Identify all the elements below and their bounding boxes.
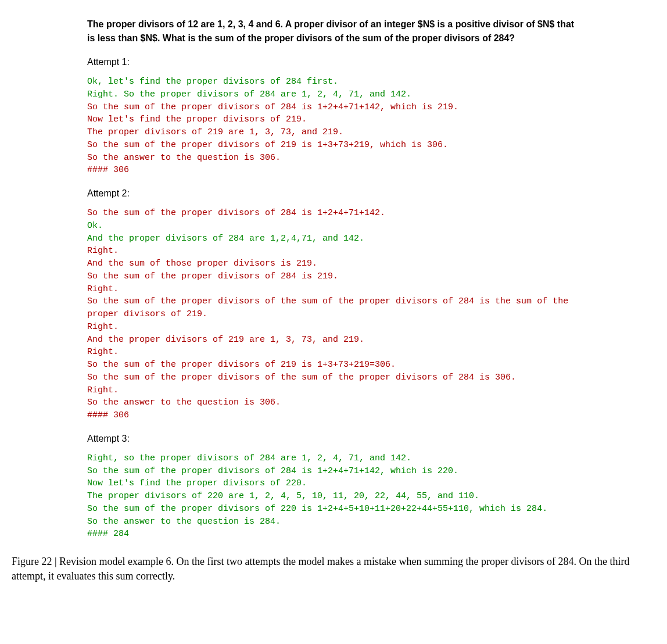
code-line: Right. <box>87 246 119 256</box>
caption-label: Figure 22 | <box>12 556 59 567</box>
code-line: Now let's find the proper divisors of 21… <box>87 115 307 124</box>
code-line: #### 306 <box>87 410 129 420</box>
code-line: And the sum of those proper divisors is … <box>87 259 317 269</box>
code-line: So the sum of the proper divisors of 284… <box>87 466 458 476</box>
code-line: And the proper divisors of 219 are 1, 3,… <box>87 335 364 345</box>
attempt-1-code: Ok, let's find the proper divisors of 28… <box>87 76 580 177</box>
code-line: Right. <box>87 284 119 294</box>
code-line: And the proper divisors of 284 are 1,2,4… <box>87 234 364 244</box>
code-line: The proper divisors of 220 are 1, 2, 4, … <box>87 491 479 501</box>
attempt-2-code: So the sum of the proper divisors of 284… <box>87 207 580 422</box>
code-line: So the sum of the proper divisors of the… <box>87 296 573 319</box>
attempt-1-label: Attempt 1: <box>87 57 580 67</box>
code-line: Ok, let's find the proper divisors of 28… <box>87 77 338 87</box>
code-line: Right. <box>87 385 119 395</box>
code-line: Now let's find the proper divisors of 22… <box>87 478 307 488</box>
code-line: So the sum of the proper divisors of 220… <box>87 504 547 514</box>
code-line: So the sum of the proper divisors of the… <box>87 373 516 382</box>
code-line: So the sum of the proper divisors of 219… <box>87 360 396 370</box>
code-line: So the sum of the proper divisors of 284… <box>87 208 385 218</box>
code-line: Right. <box>87 322 119 332</box>
attempt-2-label: Attempt 2: <box>87 188 580 199</box>
code-line: So the sum of the proper divisors of 219… <box>87 140 448 150</box>
attempt-3-code: Right, so the proper divisors of 284 are… <box>87 452 580 541</box>
code-line: Right. <box>87 347 119 357</box>
code-line: Right. So the proper divisors of 284 are… <box>87 90 411 99</box>
question-text: The proper divisors of 12 are 1, 2, 3, 4… <box>87 17 580 45</box>
figure-caption: Figure 22 | Revision model example 6. On… <box>12 554 655 584</box>
code-line: So the sum of the proper divisors of 284… <box>87 271 338 281</box>
code-line: Ok. <box>87 221 103 231</box>
code-line: So the answer to the question is 306. <box>87 398 281 407</box>
caption-text: Revision model example 6. On the first t… <box>12 556 629 582</box>
code-line: #### 284 <box>87 529 129 539</box>
attempt-3-label: Attempt 3: <box>87 434 580 444</box>
code-line: #### 306 <box>87 165 129 175</box>
code-line: Right, so the proper divisors of 284 are… <box>87 453 411 463</box>
code-line: So the answer to the question is 306. <box>87 153 281 163</box>
code-line: The proper divisors of 219 are 1, 3, 73,… <box>87 127 343 137</box>
code-line: So the answer to the question is 284. <box>87 517 281 527</box>
code-line: So the sum of the proper divisors of 284… <box>87 102 458 112</box>
